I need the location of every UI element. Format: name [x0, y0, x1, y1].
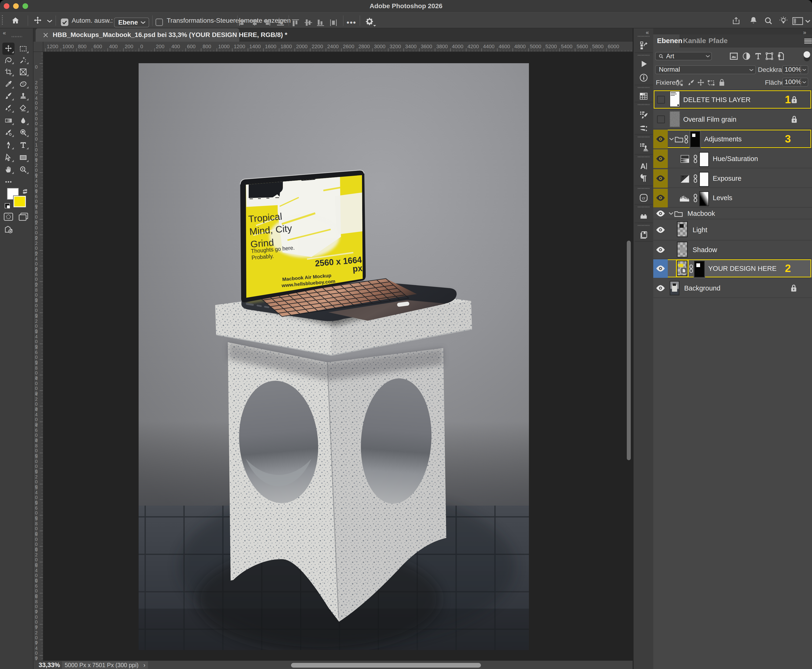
svg-text:px: px: [352, 263, 363, 274]
svg-text:cr: cr: [642, 196, 645, 200]
